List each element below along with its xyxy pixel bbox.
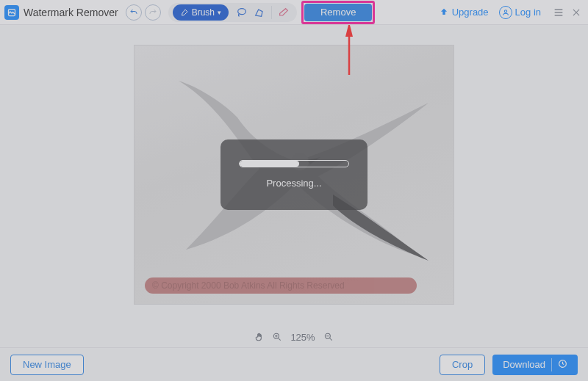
crop-button[interactable]: Crop: [440, 355, 485, 375]
top-toolbar: Watermark Remover Brush ▾ Remove Upgrade: [0, 0, 588, 25]
chevron-down-icon: ▾: [218, 9, 221, 16]
user-icon: [499, 6, 512, 19]
lasso-tool[interactable]: [233, 4, 251, 21]
remove-button-wrap: Remove: [304, 4, 372, 21]
watermark-text: © Copyright 2000 Bob Atkins All Rights R…: [152, 280, 345, 291]
close-window-icon[interactable]: [569, 5, 584, 20]
download-label: Download: [503, 359, 545, 370]
zoom-level-label: 125%: [290, 332, 315, 343]
divider: [551, 358, 552, 371]
hamburger-menu-icon[interactable]: [551, 5, 566, 20]
image-canvas[interactable]: © Copyright 2000 Bob Atkins All Rights R…: [134, 45, 454, 305]
processing-label: Processing...: [266, 178, 321, 189]
brush-tool-dropdown[interactable]: Brush ▾: [173, 4, 229, 21]
svg-point-1: [238, 8, 246, 14]
polygon-tool[interactable]: [251, 4, 268, 21]
watermark-selection: © Copyright 2000 Bob Atkins All Rights R…: [145, 277, 417, 294]
processing-modal: Processing...: [220, 139, 368, 210]
pan-hand-icon[interactable]: [251, 328, 268, 346]
app-title: Watermark Remover: [24, 7, 118, 18]
progress-fill: [240, 161, 299, 167]
upgrade-label: Upgrade: [452, 7, 489, 18]
eraser-tool[interactable]: [275, 4, 293, 21]
svg-point-2: [504, 10, 506, 12]
tool-group: Brush ▾: [168, 3, 297, 22]
login-link[interactable]: Log in: [499, 6, 541, 19]
clock-icon: [558, 359, 567, 371]
upgrade-link[interactable]: Upgrade: [439, 7, 489, 18]
zoom-out-icon[interactable]: [320, 328, 337, 346]
zoom-bar: 125%: [0, 327, 588, 347]
new-image-button[interactable]: New Image: [10, 355, 84, 375]
canvas-area: © Copyright 2000 Bob Atkins All Rights R…: [0, 25, 588, 324]
undo-button[interactable]: [126, 4, 142, 21]
progress-bar: [239, 160, 349, 167]
brush-label: Brush: [192, 7, 215, 18]
zoom-in-icon[interactable]: [268, 328, 286, 346]
app-logo-icon: [4, 5, 19, 20]
download-button[interactable]: Download: [492, 355, 578, 375]
redo-button[interactable]: [145, 4, 161, 21]
remove-button[interactable]: Remove: [304, 4, 372, 21]
login-label: Log in: [515, 7, 541, 18]
bottom-bar: New Image Crop Download: [0, 347, 588, 381]
divider: [271, 6, 272, 19]
